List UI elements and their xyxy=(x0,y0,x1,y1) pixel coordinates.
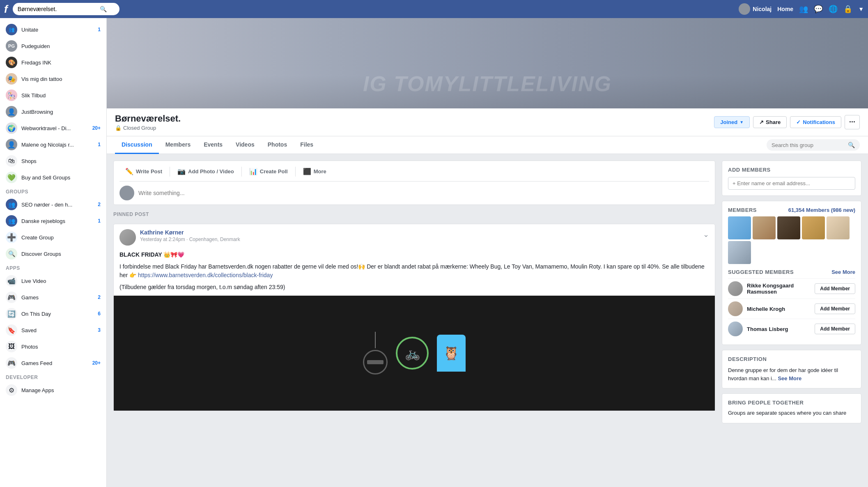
main-content: IG TOMYLITTLELIVING Børneværelset. 🔒 Clo… xyxy=(107,18,868,487)
add-member-button-2[interactable]: Add Member xyxy=(815,303,855,314)
sidebar-item-create-group[interactable]: ➕ Create Group xyxy=(0,229,106,246)
member-thumb[interactable] xyxy=(753,216,776,239)
members-count[interactable]: 61,354 Members (986 new) xyxy=(788,207,855,213)
sidebar-icon: ⚙ xyxy=(6,384,17,396)
sidebar-item-shops[interactable]: 🛍 Shops xyxy=(0,153,106,169)
share-button[interactable]: ↗ Share xyxy=(753,116,787,128)
sidebar-icon: 🎮 xyxy=(6,292,17,303)
member-thumb[interactable] xyxy=(728,241,751,264)
sidebar-item-on-this-day[interactable]: 🔄 On This Day 6 xyxy=(0,306,106,322)
add-photo-video-label: Add Photo / Video xyxy=(188,168,234,175)
sidebar-badge: 1 xyxy=(98,142,101,147)
members-header: MEMBERS 61,354 Members (986 new) xyxy=(728,207,855,213)
add-member-button-3[interactable]: Add Member xyxy=(815,324,855,334)
post-avatar xyxy=(119,186,134,200)
tab-discussion[interactable]: Discussion xyxy=(115,136,159,154)
joined-button[interactable]: Joined ▼ xyxy=(714,116,750,128)
friends-icon[interactable]: 👥 xyxy=(799,5,808,14)
tab-members[interactable]: Members xyxy=(159,136,197,154)
tab-videos[interactable]: Videos xyxy=(229,136,261,154)
post-author-name[interactable]: Kathrine Kørner xyxy=(140,229,240,236)
see-more-link[interactable]: See More xyxy=(831,269,855,275)
sidebar-item-slik[interactable]: 🎠 Slik Tilbud xyxy=(0,87,106,103)
member-thumb[interactable] xyxy=(802,216,825,239)
sidebar-item-buy-sell[interactable]: 💚 Buy and Sell Groups xyxy=(0,169,106,186)
sidebar-icon: 👥 xyxy=(6,215,17,227)
tab-events[interactable]: Events xyxy=(197,136,229,154)
messages-icon[interactable]: 💬 xyxy=(814,5,823,14)
facebook-logo[interactable]: f xyxy=(4,3,8,16)
more-post-options-button[interactable]: ⬛ More xyxy=(297,165,332,178)
tab-files[interactable]: Files xyxy=(294,136,320,154)
sidebar-icon: 🎭 xyxy=(6,73,17,85)
group-meta: 🔒 Closed Group xyxy=(115,125,181,131)
add-members-card: ADD MEMBERS xyxy=(722,161,861,196)
suggested-name[interactable]: Thomas Lisberg xyxy=(747,326,811,332)
sidebar-item-games[interactable]: 🎮 Games 2 xyxy=(0,289,106,306)
sidebar-icon: 👥 xyxy=(6,199,17,210)
write-post-button[interactable]: ✏️ Write Post xyxy=(119,165,168,178)
sidebar-item-fredags-ink[interactable]: 🎨 Fredags INK xyxy=(0,54,106,71)
search-input[interactable] xyxy=(18,6,100,12)
sidebar-label: Shops xyxy=(21,158,101,164)
home-link[interactable]: Home xyxy=(777,6,793,12)
nav-user[interactable]: Nicolaj xyxy=(739,3,772,15)
sidebar-badge: 2 xyxy=(98,294,101,300)
dropdown-arrow: ▼ xyxy=(739,120,744,124)
group-search-input[interactable] xyxy=(772,142,845,148)
add-photo-video-button[interactable]: 📷 Add Photo / Video xyxy=(172,165,240,178)
member-thumb[interactable] xyxy=(728,216,751,239)
tab-photos[interactable]: Photos xyxy=(261,136,294,154)
dropdown-icon[interactable]: ▼ xyxy=(858,6,864,12)
search-bar[interactable]: 🔍 xyxy=(13,3,119,15)
sidebar-label: Live Video xyxy=(21,278,101,284)
sidebar-item-pudeguiden[interactable]: PG Pudeguiden xyxy=(0,38,106,54)
suggested-name[interactable]: Michelle Krogh xyxy=(747,306,811,312)
member-thumb[interactable] xyxy=(827,216,850,239)
sidebar-item-justbrowsing[interactable]: 👤 JustBrowsing xyxy=(0,103,106,120)
notifications-label: Notifications xyxy=(803,119,835,125)
sidebar-item-discover-groups[interactable]: 🔍 Discover Groups xyxy=(0,246,106,262)
group-tabs: Discussion Members Events Videos Photos … xyxy=(107,136,868,154)
group-actions: Joined ▼ ↗ Share ✓ Notifications ··· xyxy=(714,115,860,129)
more-options-button[interactable]: ··· xyxy=(845,115,860,129)
sidebar-label: Manage Apps xyxy=(21,387,101,393)
post-link[interactable]: https://www.barnetsverden.dk/collections… xyxy=(138,272,273,278)
sidebar-item-seo[interactable]: 👥 SEO nørder - den h... 2 xyxy=(0,196,106,213)
description-see-more[interactable]: See More xyxy=(778,375,801,381)
post-card: Kathrine Kørner Yesterday at 2:24pm · Co… xyxy=(113,224,715,411)
add-member-button-1[interactable]: Add Member xyxy=(815,283,855,294)
sidebar-label: Slik Tilbud xyxy=(21,92,101,99)
sidebar-item-danske[interactable]: 👥 Danske rejseblogs 1 xyxy=(0,213,106,229)
member-thumb[interactable] xyxy=(777,216,800,239)
suggested-avatar xyxy=(728,322,743,336)
pinned-post-label: PINNED POST xyxy=(113,210,715,219)
sidebar-item-webwork[interactable]: 🌍 Webworktravel - Di... 20+ xyxy=(0,120,106,136)
content-area: ✏️ Write Post 📷 Add Photo / Video 📊 Crea… xyxy=(107,154,868,430)
sidebar-item-tattoo[interactable]: 🎭 Vis mig din tattoo xyxy=(0,71,106,87)
post-collapse-button[interactable]: ⌄ xyxy=(703,230,709,239)
sidebar-label: Unitate xyxy=(21,27,94,33)
post-text-3: (Tilbudene gælder fra torsdag morgen, t.… xyxy=(119,283,709,292)
more-dots: ··· xyxy=(849,118,855,126)
create-poll-button[interactable]: 📊 Create Poll xyxy=(243,165,294,178)
lock-icon[interactable]: 🔒 xyxy=(843,5,852,14)
sidebar-label: Games Feed xyxy=(21,360,88,366)
suggested-name[interactable]: Rikke Kongsgaard Rasmussen xyxy=(747,283,811,295)
sidebar-label: Discover Groups xyxy=(21,251,101,257)
post-meta: Yesterday at 2:24pm · Copenhagen, Denmar… xyxy=(140,237,240,242)
sidebar-item-manage-apps[interactable]: ⚙ Manage Apps xyxy=(0,382,106,398)
sidebar-item-malene[interactable]: 👤 Malene og Nicolajs r... 1 xyxy=(0,136,106,153)
write-post-input[interactable] xyxy=(138,190,709,196)
sidebar-item-photos[interactable]: 🖼 Photos xyxy=(0,338,106,355)
add-members-input[interactable] xyxy=(728,177,855,190)
sidebar-item-games-feed[interactable]: 🎮 Games Feed 20+ xyxy=(0,355,106,371)
sidebar-item-saved[interactable]: 🔖 Saved 3 xyxy=(0,322,106,338)
feed-column: ✏️ Write Post 📷 Add Photo / Video 📊 Crea… xyxy=(113,161,715,423)
group-search[interactable]: 🔍 xyxy=(767,139,860,151)
group-info-bar: Børneværelset. 🔒 Closed Group Joined ▼ ↗… xyxy=(107,108,868,136)
notifications-button[interactable]: ✓ Notifications xyxy=(790,116,841,128)
globe-icon[interactable]: 🌐 xyxy=(829,5,838,14)
sidebar-item-unitate[interactable]: 👥 Unitate 1 xyxy=(0,21,106,38)
sidebar-item-live-video[interactable]: 📹 Live Video xyxy=(0,273,106,289)
